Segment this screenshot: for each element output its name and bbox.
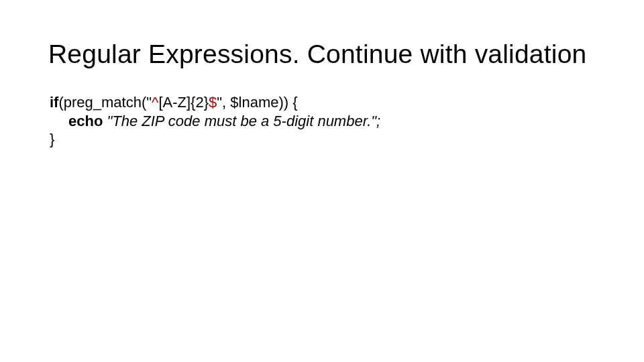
- code-block: if(preg_match("^[A-Z]{2}$", $lname)) { e…: [50, 93, 596, 149]
- slide-title: Regular Expressions. Continue with valid…: [48, 39, 596, 70]
- regex-anchor-end: $: [209, 94, 217, 111]
- code-text: ", $lname)) {: [217, 94, 297, 111]
- keyword-echo: echo: [68, 113, 103, 129]
- regex-anchor-start: ^: [152, 94, 158, 111]
- code-line-1: if(preg_match("^[A-Z]{2}$", $lname)) {: [50, 93, 596, 112]
- echo-string: "The ZIP code must be a 5-digit number."…: [103, 113, 380, 129]
- code-line-3: }: [50, 130, 596, 149]
- indent: echo "The ZIP code must be a 5-digit num…: [50, 112, 380, 131]
- code-line-2: echo "The ZIP code must be a 5-digit num…: [50, 112, 596, 131]
- code-text: (preg_match(": [58, 94, 152, 111]
- slide: Regular Expressions. Continue with valid…: [0, 0, 644, 362]
- regex-body: [A-Z]{2}: [158, 94, 209, 111]
- keyword-if: if: [50, 94, 58, 111]
